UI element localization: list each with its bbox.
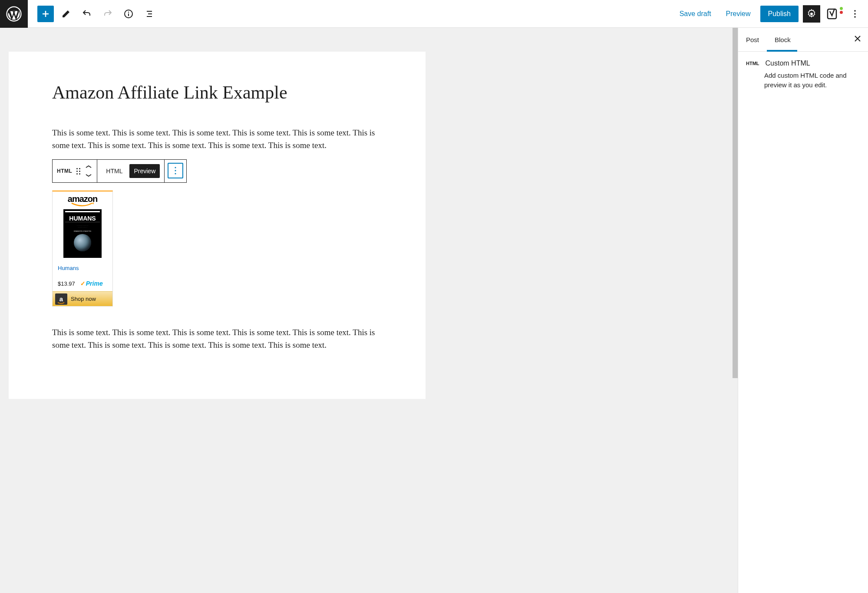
publish-button[interactable]: Publish [760,6,799,22]
block-more-icon[interactable] [168,163,183,178]
block-toolbar: HTML HTML Preview [52,159,187,183]
edit-mode-icon[interactable] [57,5,75,23]
svg-point-6 [854,13,856,15]
block-type-label[interactable]: HTML [57,168,72,174]
paragraph-block[interactable]: This is some text. This is some text. Th… [52,127,382,152]
move-down-icon[interactable] [85,171,92,179]
settings-icon[interactable] [803,5,820,23]
drag-handle-icon[interactable] [75,168,82,175]
preview-button[interactable]: Preview [721,6,756,22]
redo-icon[interactable] [99,5,116,23]
more-options-icon[interactable] [846,5,864,23]
post-title[interactable]: Amazon Affiliate Link Example [52,82,382,103]
svg-point-2 [128,11,129,12]
tab-post[interactable]: Post [738,29,767,50]
html-tab[interactable]: HTML [102,164,127,178]
editor-canvas: Amazon Affiliate Link Example This is so… [0,28,738,593]
scrollbar[interactable] [733,28,738,378]
svg-point-8 [175,167,176,168]
amazon-logo: amazon [53,191,112,207]
svg-point-9 [175,170,176,171]
yoast-icon[interactable] [825,5,842,23]
svg-point-3 [810,13,813,15]
close-sidebar-icon[interactable] [847,30,868,49]
prime-badge: ✓Prime [80,280,103,287]
tab-block[interactable]: Block [767,29,799,50]
amazon-a-icon: a [55,293,67,305]
info-icon[interactable] [120,5,137,23]
move-up-icon[interactable] [85,163,92,171]
wordpress-logo[interactable] [0,0,28,28]
outline-icon[interactable] [141,5,158,23]
shop-now-button[interactable]: a Shop now [53,291,112,306]
paragraph-block[interactable]: This is some text. This is some text. Th… [52,326,382,351]
settings-sidebar: Post Block HTML Custom HTML Add custom H… [738,28,868,593]
amazon-affiliate-widget: amazon HUMANS · · · · · · · · · · · ·· ·… [52,191,113,306]
block-description: Add custom HTML code and preview it as y… [764,71,860,90]
add-block-button[interactable] [37,6,54,22]
product-price: $13.97 [58,280,75,287]
preview-tab[interactable]: Preview [129,164,160,178]
block-title: Custom HTML [766,59,810,67]
top-toolbar: Save draft Preview Publish [0,0,868,28]
undo-icon[interactable] [78,5,96,23]
svg-point-5 [854,10,856,12]
book-cover-image: HUMANS · · · · · · · · · · · ·· · · · · … [63,209,102,258]
svg-point-10 [175,173,176,174]
svg-point-7 [854,16,856,18]
product-link[interactable]: Humans [53,260,112,274]
block-type-icon: HTML [746,59,759,66]
save-draft-button[interactable]: Save draft [674,6,716,22]
svg-rect-4 [828,9,836,19]
page-content: Amazon Affiliate Link Example This is so… [9,52,426,399]
